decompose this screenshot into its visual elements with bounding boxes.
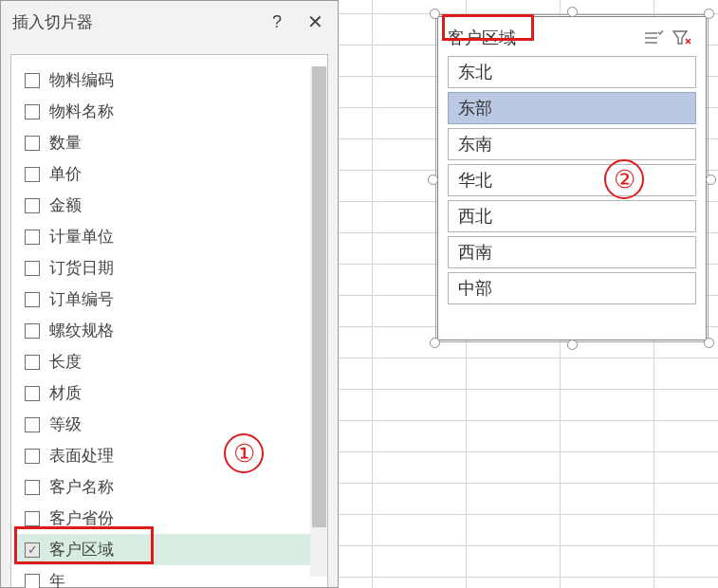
help-button[interactable]: ? [258, 5, 296, 39]
checkbox[interactable] [25, 542, 40, 558]
checkbox[interactable] [25, 511, 40, 526]
field-label: 订单编号 [49, 288, 114, 310]
resize-handle[interactable] [430, 338, 440, 348]
field-label: 物料名称 [49, 101, 114, 122]
resize-handle[interactable] [704, 338, 714, 348]
field-label: 客户省份 [49, 507, 114, 529]
slicer-item[interactable]: 东南 [448, 128, 696, 160]
slicer-item[interactable]: 西南 [448, 236, 696, 268]
field-label: 单价 [49, 163, 82, 185]
resize-handle[interactable] [706, 175, 716, 185]
multiselect-icon[interactable] [639, 26, 668, 50]
checkbox[interactable] [25, 198, 40, 213]
field-item[interactable]: 年 [17, 565, 322, 588]
field-label: 物料编码 [49, 69, 114, 91]
field-item[interactable]: 数量 [17, 127, 322, 158]
field-label: 计量单位 [49, 226, 114, 248]
field-item[interactable]: 单价 [17, 158, 322, 190]
field-item[interactable]: 计量单位 [17, 221, 322, 252]
resize-handle[interactable] [704, 9, 714, 19]
slicer-title: 客户区域 [448, 27, 639, 49]
field-label: 年 [49, 570, 65, 588]
field-label: 螺纹规格 [49, 320, 114, 341]
field-label: 等级 [49, 413, 82, 435]
field-item[interactable]: 物料编码 [17, 64, 322, 96]
close-button[interactable]: ✕ [296, 5, 334, 39]
slicer-item[interactable]: 东部 [448, 92, 696, 124]
field-item[interactable]: 客户区域 [17, 534, 322, 565]
clear-filter-icon[interactable] [668, 26, 696, 50]
resize-handle[interactable] [428, 175, 438, 185]
field-list: 物料编码物料名称数量单价金额计量单位订货日期订单编号螺纹规格长度材质等级表面处理… [17, 64, 322, 588]
field-item[interactable]: 物料名称 [17, 96, 322, 127]
checkbox[interactable] [25, 386, 40, 401]
field-label: 金额 [49, 194, 82, 216]
field-item[interactable]: 客户省份 [17, 503, 322, 534]
field-item[interactable]: 长度 [17, 346, 322, 377]
insert-slicer-dialog: 插入切片器 ? ✕ 物料编码物料名称数量单价金额计量单位订货日期订单编号螺纹规格… [0, 0, 339, 588]
scrollbar-thumb[interactable] [312, 66, 326, 527]
slicer-item[interactable]: 中部 [448, 272, 696, 304]
checkbox[interactable] [25, 449, 40, 464]
checkbox[interactable] [25, 167, 40, 182]
dialog-header: 插入切片器 ? ✕ [1, 1, 338, 43]
checkbox[interactable] [25, 355, 40, 370]
field-item[interactable]: 金额 [17, 190, 322, 221]
checkbox[interactable] [25, 292, 40, 307]
field-item[interactable]: 客户名称 [17, 471, 322, 503]
field-label: 订货日期 [49, 257, 114, 279]
checkbox[interactable] [25, 261, 40, 276]
field-item[interactable]: 表面处理 [17, 440, 322, 471]
slicer-items: 东北东部东南华北西北西南中部 [448, 56, 696, 304]
field-item[interactable]: 螺纹规格 [17, 315, 322, 346]
checkbox[interactable] [25, 136, 40, 151]
checkbox[interactable] [25, 480, 40, 495]
slicer-header: 客户区域 [448, 24, 696, 52]
field-item[interactable]: 等级 [17, 409, 322, 440]
checkbox[interactable] [25, 230, 40, 245]
field-label: 数量 [49, 132, 82, 154]
field-label: 材质 [49, 382, 82, 404]
field-item[interactable]: 订单编号 [17, 284, 322, 315]
field-label: 客户名称 [49, 476, 114, 498]
scrollbar[interactable] [310, 66, 327, 577]
slicer-object[interactable]: 客户区域 东北东部东南华北西北西南中部 [430, 9, 714, 348]
field-item[interactable]: 材质 [17, 377, 322, 409]
slicer-pane: 客户区域 东北东部东南华北西北西南中部 [437, 16, 707, 340]
checkbox[interactable] [25, 73, 40, 88]
field-item[interactable]: 订货日期 [17, 252, 322, 284]
checkbox[interactable] [25, 417, 40, 432]
field-label: 表面处理 [49, 445, 114, 467]
dialog-title: 插入切片器 [12, 11, 258, 33]
slicer-item[interactable]: 东北 [448, 56, 696, 88]
resize-handle[interactable] [567, 340, 578, 350]
checkbox[interactable] [25, 104, 40, 119]
dialog-body: 物料编码物料名称数量单价金额计量单位订货日期订单编号螺纹规格长度材质等级表面处理… [10, 54, 328, 587]
checkbox[interactable] [25, 323, 40, 339]
field-label: 客户区域 [49, 539, 114, 560]
resize-handle[interactable] [567, 7, 578, 17]
slicer-item[interactable]: 西北 [448, 200, 696, 232]
slicer-item[interactable]: 华北 [448, 164, 696, 196]
field-label: 长度 [49, 351, 82, 373]
resize-handle[interactable] [430, 9, 440, 19]
checkbox[interactable] [25, 574, 40, 589]
